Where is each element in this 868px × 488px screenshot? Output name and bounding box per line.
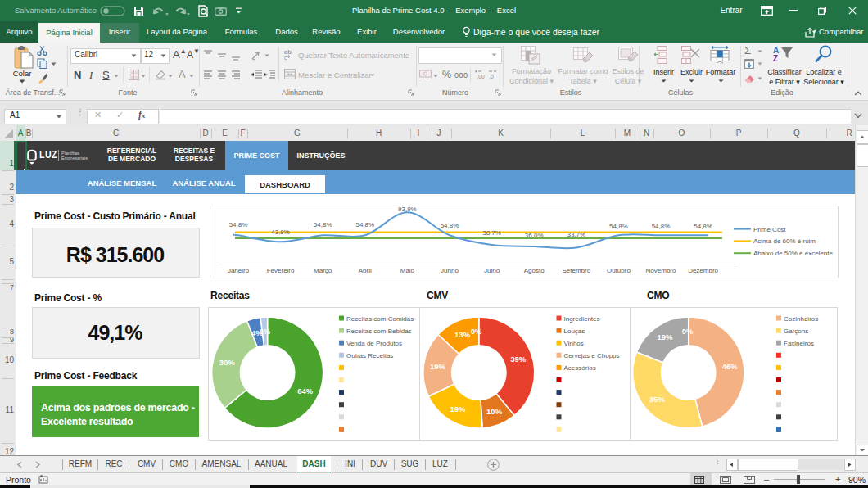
- svg-text:Garçons: Garçons: [784, 328, 808, 335]
- svg-text:19%: 19%: [657, 332, 673, 341]
- svg-text:Maio: Maio: [400, 267, 415, 274]
- svg-text:Ingredientes: Ingredientes: [564, 315, 600, 323]
- svg-text:54,8%: 54,8%: [694, 223, 712, 230]
- svg-text:0%: 0%: [471, 327, 482, 336]
- svg-text:35%: 35%: [649, 395, 666, 404]
- svg-text:0%: 0%: [682, 327, 694, 336]
- svg-text:Abaixo de 50% é excelente: Abaixo de 50% é excelente: [753, 250, 834, 257]
- svg-text:19%: 19%: [450, 404, 466, 413]
- svg-text:33,7%: 33,7%: [567, 231, 585, 238]
- svg-text:54,8%: 54,8%: [229, 221, 248, 228]
- svg-text:Agosto: Agosto: [524, 267, 545, 274]
- svg-text:13%: 13%: [454, 330, 471, 339]
- svg-text:Julho: Julho: [484, 267, 500, 274]
- svg-text:19%: 19%: [430, 362, 446, 371]
- svg-text:Vinhos: Vinhos: [564, 340, 584, 347]
- svg-text:Abril: Abril: [359, 267, 372, 274]
- svg-text:93,9%: 93,9%: [398, 206, 417, 213]
- svg-text:Janeiro: Janeiro: [228, 267, 250, 274]
- svg-text:36,0%: 36,0%: [525, 232, 544, 239]
- svg-text:Setembro: Setembro: [562, 267, 590, 274]
- svg-text:Acessórios: Acessórios: [564, 364, 596, 372]
- svg-text:Outras Receitas: Outras Receitas: [346, 352, 393, 359]
- svg-text:Cozinheiros: Cozinheiros: [784, 315, 818, 323]
- svg-text:Junho: Junho: [441, 267, 459, 274]
- svg-text:,0: ,0: [489, 74, 494, 79]
- svg-text:43,8%: 43,8%: [271, 228, 290, 236]
- svg-text:0%: 0%: [260, 327, 271, 336]
- svg-text:Z: Z: [773, 54, 778, 62]
- svg-text:Março: Março: [314, 267, 332, 274]
- svg-text:Faxineiros: Faxineiros: [784, 340, 814, 347]
- svg-text:Receitas com Comidas: Receitas com Comidas: [346, 315, 414, 323]
- svg-text:54,8%: 54,8%: [441, 222, 459, 229]
- svg-text:Fevereiro: Fevereiro: [267, 267, 295, 274]
- svg-text:,00: ,00: [477, 74, 485, 79]
- svg-text:54,8%: 54,8%: [314, 221, 332, 228]
- svg-text:Acima de 60% é ruim: Acima de 60% é ruim: [753, 237, 816, 245]
- svg-text:Prime Cost: Prime Cost: [753, 226, 786, 233]
- svg-text:Cervejas e Chopps: Cervejas e Chopps: [564, 352, 620, 359]
- svg-text:46%: 46%: [722, 362, 739, 371]
- svg-text:Louças: Louças: [564, 328, 585, 335]
- svg-text:30%: 30%: [219, 358, 236, 367]
- svg-text:10%: 10%: [486, 407, 503, 416]
- svg-text:Dezembro: Dezembro: [688, 267, 718, 274]
- svg-text:Novembro: Novembro: [646, 267, 676, 274]
- svg-text:54,8%: 54,8%: [355, 221, 374, 228]
- svg-text:39%: 39%: [510, 355, 527, 364]
- svg-text:54,8%: 54,8%: [652, 223, 671, 230]
- svg-text:38,7%: 38,7%: [482, 229, 501, 237]
- svg-text:54,8%: 54,8%: [609, 223, 628, 230]
- svg-text:Venda de Produtos: Venda de Produtos: [346, 340, 402, 347]
- svg-text:Receitas com Bebidas: Receitas com Bebidas: [346, 328, 412, 335]
- svg-text:64%: 64%: [297, 386, 314, 395]
- svg-text:Outubro: Outubro: [607, 267, 631, 274]
- svg-text:c: c: [284, 54, 287, 60]
